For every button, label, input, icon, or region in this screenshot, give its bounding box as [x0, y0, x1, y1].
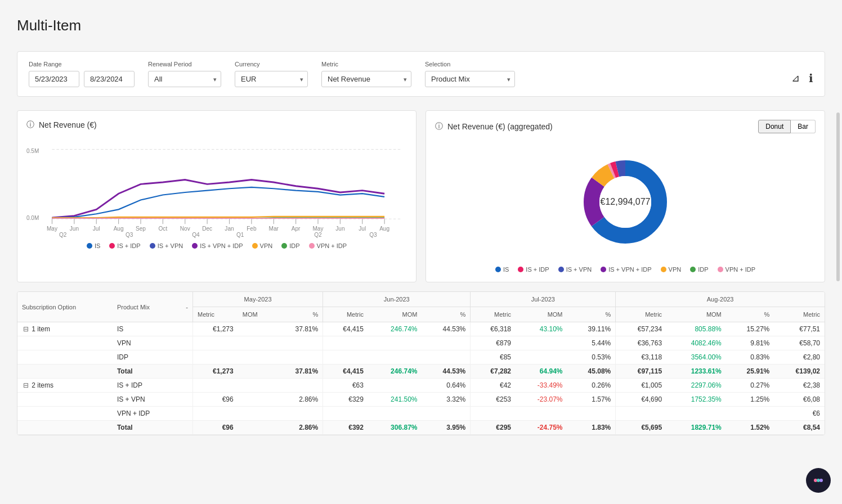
legend-is-vpn-idp: IS + VPN + IDP	[192, 242, 243, 249]
td-may-metric-is: €1,273	[192, 322, 238, 336]
right-legend-is: IS	[495, 266, 509, 273]
td-group-2items: ⊟ 2 items	[17, 379, 113, 393]
left-chart-info-icon[interactable]: ⓘ	[26, 120, 34, 130]
svg-text:Jun: Jun	[70, 226, 79, 232]
collapse-icon-1item[interactable]: ⊟	[22, 325, 30, 333]
currency-filter: Currency EUR	[235, 61, 308, 87]
legend-dot-is-vpn	[150, 243, 155, 249]
right-legend-label-is: IS	[503, 266, 509, 273]
legend-vpn: VPN	[252, 242, 273, 249]
th-aug-mom: MOM	[666, 307, 726, 322]
toggle-bar-button[interactable]: Bar	[791, 120, 816, 133]
td-jun-metric-is: €4,415	[323, 322, 368, 336]
y-label-00: 0.0M	[26, 215, 39, 221]
renewal-period-filter: Renewal Period All	[148, 61, 221, 87]
renewal-period-select-wrapper: All	[148, 71, 221, 87]
td-total-1item: Total	[113, 364, 176, 379]
legend-is-idp: IS + IDP	[109, 242, 140, 249]
start-date-input[interactable]	[29, 71, 79, 87]
table-row: VPN €879 5.44% €36,763 4082.46% 9.81% €5…	[17, 336, 825, 350]
right-legend-label-is-vpn-idp: IS + VPN + IDP	[608, 266, 651, 273]
right-chart-info-icon[interactable]: ⓘ	[435, 122, 443, 132]
th-jul2023: Jul-2023	[471, 292, 616, 307]
right-legend-is-vpn: IS + VPN	[558, 266, 592, 273]
td-pm-is-vpn: IS + VPN	[113, 393, 176, 407]
filters-bar: Date Range Renewal Period All Currency E…	[17, 51, 825, 97]
right-legend-is-vpn-idp: IS + VPN + IDP	[601, 266, 651, 273]
legend-label-is-vpn-idp: IS + VPN + IDP	[200, 242, 243, 249]
left-chart-title: Net Revenue (€)	[39, 120, 97, 129]
table-row-total-1item: Total €1,273 37.81% €4,415 246.74% 44.53…	[17, 364, 825, 379]
legend-label-vpn-idp: VPN + IDP	[317, 242, 347, 249]
td-jun-mom-is: 246.74%	[368, 322, 422, 336]
table-row: IS + VPN €96 2.86% €329 241.50% 3.32% €2…	[17, 393, 825, 407]
end-date-input[interactable]	[84, 71, 135, 87]
svg-text:Q1: Q1	[236, 232, 244, 238]
right-legend-dot-is-vpn	[558, 267, 564, 272]
data-table-card: Subscription Option Product Mix - May-20…	[17, 291, 825, 435]
metric-select[interactable]: Net Revenue	[321, 71, 411, 87]
td-pm-idp: IDP	[113, 350, 176, 364]
legend-dot-is-vpn-idp	[192, 243, 198, 249]
right-chart-header: ⓘ Net Revenue (€) (aggregated) Donut Bar	[435, 120, 816, 133]
right-chart-card: ⓘ Net Revenue (€) (aggregated) Donut Bar	[426, 110, 825, 282]
th-aug-pct: %	[726, 307, 774, 322]
filter-icons-group: ⊿ ℹ	[791, 71, 813, 87]
th-may-mom: MOM	[238, 307, 275, 322]
th-empty: -	[176, 292, 192, 322]
th-aug-metric: Metric	[616, 307, 666, 322]
td-jul-metric-is: €6,318	[471, 322, 516, 336]
right-legend-label-vpn: VPN	[669, 266, 682, 273]
svg-text:Aug: Aug	[379, 226, 389, 232]
table-month-header-row: Subscription Option Product Mix - May-20…	[17, 292, 825, 307]
toggle-donut-button[interactable]: Donut	[758, 120, 791, 133]
legend-dot-is-idp	[109, 243, 115, 249]
legend-dot-vpn	[252, 243, 258, 249]
th-subscription: Subscription Option	[17, 292, 113, 322]
th-aug-metric2: Metric	[774, 307, 825, 322]
bottom-avatar[interactable]	[806, 468, 831, 493]
svg-text:Apr: Apr	[292, 226, 301, 232]
filter-icon[interactable]: ⊿	[791, 72, 800, 84]
scrollbar[interactable]	[836, 112, 840, 281]
line-chart-area: 0.5M 0.0M	[26, 137, 407, 238]
right-legend-dot-is-idp	[518, 267, 523, 272]
right-legend-is-idp: IS + IDP	[518, 266, 549, 273]
legend-label-is-idp: IS + IDP	[117, 242, 140, 249]
th-jun-pct: %	[422, 307, 470, 322]
td-jun-pct-is: 44.53%	[422, 322, 470, 336]
td-group-1item: ⊟ 1 item	[17, 322, 113, 336]
svg-text:Sep: Sep	[136, 226, 146, 232]
currency-select[interactable]: EUR	[235, 71, 308, 87]
data-table: Subscription Option Product Mix - May-20…	[17, 292, 825, 435]
left-chart-header: ⓘ Net Revenue (€)	[26, 120, 407, 130]
metric-select-wrapper: Net Revenue	[321, 71, 411, 87]
selection-filter: Selection Product Mix	[425, 61, 515, 87]
table-row: VPN + IDP €6	[17, 407, 825, 421]
donut-chart-area: €12,994,077	[435, 140, 816, 264]
th-may2023: May-2023	[192, 292, 323, 307]
selection-select[interactable]: Product Mix	[425, 71, 515, 87]
right-chart-legend: IS IS + IDP IS + VPN IS + VPN + IDP VPN	[435, 266, 816, 273]
table-row-total-2items: Total €96 2.86% €392 306.87% 3.95% €295 …	[17, 421, 825, 435]
td-jul-pct-is: 39.11%	[567, 322, 616, 336]
left-chart-legend: IS IS + IDP IS + VPN IS + VPN + IDP VPN	[26, 242, 407, 249]
svg-text:Q3: Q3	[126, 232, 133, 238]
renewal-period-select[interactable]: All	[148, 71, 221, 87]
td-pm-is: IS	[113, 322, 176, 336]
right-legend-label-is-idp: IS + IDP	[526, 266, 549, 273]
right-legend-vpn: VPN	[661, 266, 682, 273]
right-legend-label-is-vpn: IS + VPN	[566, 266, 592, 273]
metric-filter: Metric Net Revenue	[321, 61, 411, 87]
th-jun2023: Jun-2023	[323, 292, 471, 307]
th-jul-pct: %	[567, 307, 616, 322]
td-jul-mom-is: 43.10%	[516, 322, 567, 336]
info-icon-filters[interactable]: ℹ	[809, 71, 813, 85]
td-may-pct-is: 37.81%	[274, 322, 323, 336]
th-jun-mom: MOM	[368, 307, 422, 322]
right-legend-dot-vpn-idp	[718, 267, 723, 272]
right-legend-dot-vpn	[661, 267, 666, 272]
svg-text:Q2: Q2	[314, 232, 322, 238]
td-empty-is	[176, 322, 192, 336]
collapse-icon-2items[interactable]: ⊟	[22, 381, 30, 389]
